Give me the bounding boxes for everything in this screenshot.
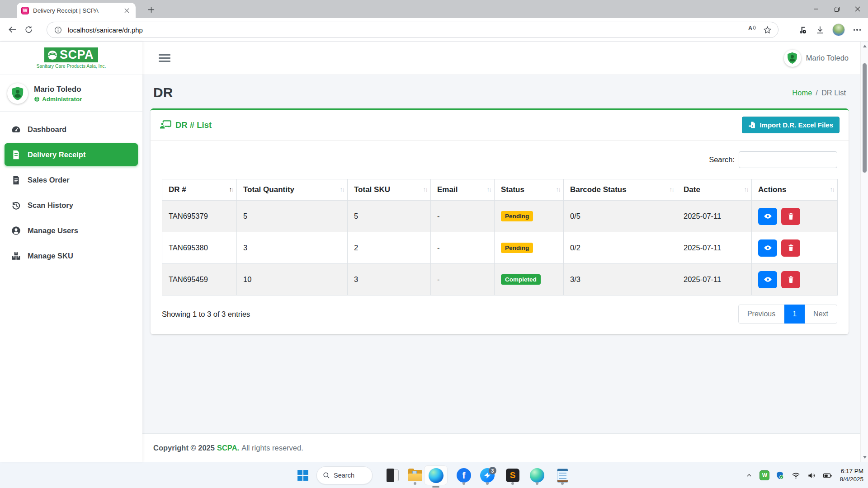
topnav-avatar <box>784 50 801 67</box>
breadcrumb-separator: / <box>816 89 818 97</box>
wampserver-tray-icon[interactable]: W <box>760 470 769 480</box>
column-header-actions[interactable]: Actions↑↓ <box>752 179 838 201</box>
taskbar-edge-active[interactable] <box>426 465 446 485</box>
next-page-button[interactable]: Next <box>805 305 837 324</box>
column-header-total-sku[interactable]: Total SKU↑↓ <box>348 179 431 201</box>
scpa-logo: SCPA <box>44 47 98 62</box>
pagination: Previous 1 Next <box>738 305 837 324</box>
status-badge: Pending <box>501 243 533 253</box>
topnav-user[interactable]: Mario Toledo <box>784 50 849 67</box>
site-info-icon[interactable] <box>53 25 63 35</box>
clock-date: 8/4/2025 <box>840 475 863 483</box>
sidebar-item-manage-sku[interactable]: Manage SKU <box>5 244 138 267</box>
browser-tab[interactable]: W Delivery Receipt | SCPA <box>17 3 136 18</box>
notepad-icon <box>557 469 568 483</box>
column-header-email[interactable]: Email↑↓ <box>431 179 495 201</box>
previous-page-button[interactable]: Previous <box>738 305 784 324</box>
url-text[interactable]: localhost/sanicare/dr.php <box>68 26 742 34</box>
cell-barcode-status: 0/5 <box>564 201 677 232</box>
taskbar: Search f 3 S <box>0 462 868 488</box>
delete-button[interactable] <box>781 271 800 288</box>
cell-total-quantity: 5 <box>237 201 348 232</box>
address-bar[interactable]: localhost/sanicare/dr.php A <box>47 22 778 38</box>
history-icon <box>11 201 21 210</box>
tray-chevron-up-icon[interactable] <box>744 470 755 481</box>
page-scrollbar[interactable] <box>860 42 868 462</box>
window-controls <box>806 0 868 18</box>
minimize-button[interactable] <box>806 0 826 18</box>
taskbar-clock[interactable]: 6:17 PM 8/4/2025 <box>840 467 863 483</box>
taskbar-search[interactable]: Search <box>316 466 373 484</box>
sort-icon: ↑↓ <box>830 186 835 193</box>
cell-date: 2025-07-11 <box>677 264 752 296</box>
browser-menu-icon[interactable] <box>852 24 863 35</box>
column-header-status[interactable]: Status↑↓ <box>495 179 564 201</box>
brand-logo[interactable]: SCPA Sanitary Care Products Asia, Inc. <box>0 42 142 75</box>
view-button[interactable] <box>758 271 777 288</box>
taskbar-notepad[interactable] <box>552 465 572 485</box>
taskbar-sublime[interactable]: S <box>503 465 523 485</box>
security-shield-icon[interactable] <box>774 470 785 481</box>
view-button[interactable] <box>758 239 777 257</box>
sidebar: SCPA Sanitary Care Products Asia, Inc. M… <box>0 42 142 462</box>
reload-icon[interactable] <box>22 23 35 37</box>
column-header-barcode-status[interactable]: Barcode Status↑↓ <box>564 179 677 201</box>
taskbar-facebook[interactable]: f <box>454 465 474 485</box>
sidebar-item-label: Dashboard <box>28 125 66 134</box>
battery-icon[interactable] <box>822 470 833 481</box>
tab-close-icon[interactable] <box>122 6 131 15</box>
rights-text: All rights reserved. <box>241 444 303 452</box>
column-header-dr[interactable]: DR #↑↓ <box>162 179 237 201</box>
trash-icon <box>788 276 794 283</box>
volume-icon[interactable] <box>806 470 817 481</box>
delete-button[interactable] <box>781 239 800 257</box>
taskbar-edge-secondary[interactable] <box>527 465 547 485</box>
taskbar-file-explorer[interactable] <box>405 465 425 485</box>
breadcrumb-home-link[interactable]: Home <box>792 89 812 97</box>
new-tab-button[interactable] <box>146 4 156 15</box>
read-aloud-icon[interactable]: A <box>747 25 757 35</box>
browser-profile-avatar[interactable] <box>832 23 845 36</box>
wifi-icon[interactable] <box>790 470 801 481</box>
scroll-down-icon[interactable] <box>861 454 868 461</box>
column-header-total-quantity[interactable]: Total Quantity↑↓ <box>237 179 348 201</box>
sidebar-item-delivery-receipt[interactable]: Delivery Receipt <box>5 143 138 166</box>
search-input[interactable] <box>739 151 837 168</box>
sort-icon: ↑↓ <box>340 186 344 193</box>
import-excel-button[interactable]: Import D.R. Excel Files <box>742 117 840 133</box>
back-icon[interactable] <box>5 23 19 37</box>
start-button[interactable] <box>293 465 313 485</box>
hamburger-menu-icon[interactable] <box>159 54 170 62</box>
breadcrumb-current: DR List <box>821 89 846 97</box>
sidebar-item-sales-order[interactable]: Sales Order <box>5 169 138 191</box>
scrollbar-thumb[interactable] <box>863 63 867 173</box>
logo-swoosh-icon <box>47 50 57 60</box>
page-title: DR <box>153 85 173 100</box>
scroll-up-icon[interactable] <box>861 42 868 50</box>
status-badge: Pending <box>501 211 533 221</box>
view-button[interactable] <box>758 208 777 225</box>
column-header-date[interactable]: Date↑↓ <box>677 179 752 201</box>
breadcrumb: Home / DR List <box>792 89 846 97</box>
taskbar-app-window[interactable] <box>382 465 402 485</box>
delete-button[interactable] <box>781 208 800 225</box>
page-number-button[interactable]: 1 <box>784 305 805 324</box>
sidebar-item-scan-history[interactable]: Scan History <box>5 194 138 216</box>
main-column: Mario Toledo DR Home / DR List <box>142 42 860 462</box>
sort-icon: ↑↓ <box>487 186 491 193</box>
favorite-star-icon[interactable] <box>762 25 772 35</box>
close-window-button[interactable] <box>847 0 868 18</box>
media-controls-icon[interactable] <box>797 24 808 35</box>
restore-button[interactable] <box>826 0 847 18</box>
wampserver-favicon-icon: W <box>21 7 29 14</box>
eye-icon <box>764 212 772 221</box>
cell-actions <box>752 232 838 264</box>
downloads-icon[interactable] <box>815 24 826 35</box>
messenger-icon: 3 <box>480 468 495 483</box>
cell-dr-number: TAN695459 <box>162 264 237 296</box>
sidebar-item-dashboard[interactable]: Dashboard <box>5 118 138 141</box>
taskbar-messenger[interactable]: 3 <box>477 465 497 485</box>
sidebar-item-manage-users[interactable]: Manage Users <box>5 219 138 242</box>
footer-brand-link[interactable]: SCPA. <box>217 444 239 452</box>
table-info: Showing 1 to 3 of 3 entries <box>162 310 250 319</box>
